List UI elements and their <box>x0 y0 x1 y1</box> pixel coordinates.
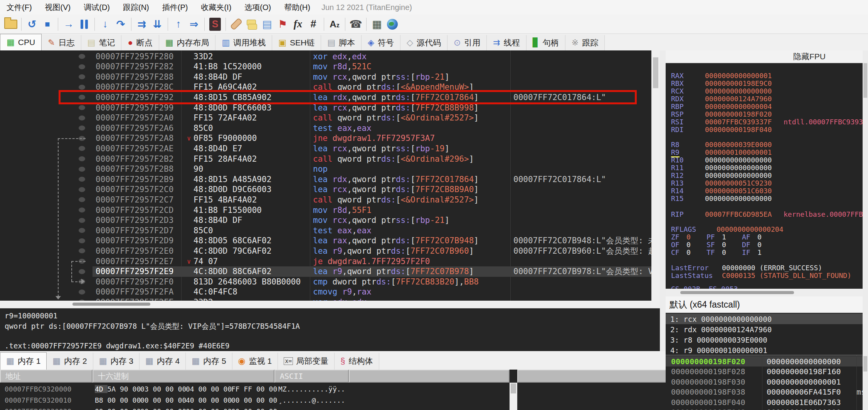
disasm-row[interactable]: 00007FF72957F28033D2xor edx,edx <box>93 51 651 62</box>
stack-panel[interactable]: 000000000198F020000000000000000000000000… <box>666 355 868 410</box>
menu-item-4[interactable]: 跟踪(N) <box>116 0 156 15</box>
disasm-row[interactable]: 00007FF72957F2CD41:B8 F1550000mov r8d,55… <box>93 205 651 215</box>
registers-panel[interactable]: RAX0000000000000001RBX000000000198E9C0RC… <box>666 63 863 289</box>
calling-convention-selector[interactable]: 默认 (x64 fastcall) <box>666 296 868 313</box>
scroll-thumb[interactable] <box>653 57 658 88</box>
label-icon[interactable]: ▤ <box>260 17 274 32</box>
disasm-row[interactable]: 00007FF72957F28848:8B4D DFmov rcx,qword … <box>93 72 651 82</box>
disasm-row[interactable]: 00007FF72957F2E94C:8D0D 88C6AF02lea r9,q… <box>93 266 651 277</box>
register-line[interactable]: RFLAGS0000000000000204 <box>671 225 783 233</box>
register-line[interactable]: LastStatusC0000135 (STATUS_DLL_NOT_FOUND… <box>671 271 851 279</box>
breakpoint-dot[interactable] <box>79 238 85 243</box>
disasm-row[interactable]: 00007FF72957F2D785C0test eax,eax <box>93 225 651 236</box>
arguments-panel[interactable]: 1: rcx 00000000000000002: rdx 0000000012… <box>666 313 863 355</box>
font-icon[interactable]: Az <box>328 17 341 32</box>
registers-hscrollbar[interactable] <box>666 289 863 296</box>
stack-row[interactable]: 000000000198F038000000006FA415F0ms <box>666 387 868 397</box>
disasm-hscrollbar[interactable] <box>0 301 651 308</box>
disasm-row[interactable]: 00007FF72957F2B890nop <box>93 164 651 174</box>
tab-SEH链[interactable]: ▣SEH链 <box>272 35 321 50</box>
execute-till-return-icon[interactable]: ↑ <box>172 17 185 32</box>
menu-item-1[interactable]: 文件(F) <box>0 0 39 15</box>
right-scrollbar[interactable] <box>863 50 868 410</box>
restart-icon[interactable]: ↺ <box>25 17 39 32</box>
tab-跟踪[interactable]: ※跟踪 <box>565 35 605 50</box>
trace-into-icon[interactable]: ⇉ <box>135 17 149 32</box>
breakpoint-dot[interactable] <box>79 218 85 223</box>
tab-源代码[interactable]: ◇源代码 <box>400 35 447 50</box>
breakpoint-dot[interactable] <box>79 156 85 161</box>
breakpoint-dot[interactable] <box>79 187 85 192</box>
scroll-thumb[interactable] <box>863 63 867 98</box>
breakpoint-dot[interactable] <box>79 126 85 131</box>
scroll-thumb[interactable] <box>511 383 516 393</box>
hex-dump-panel[interactable]: 地址十六进制ASCII00007FFBC93200004D 5A 90 0003… <box>0 370 671 410</box>
register-line[interactable]: LastError00000000 (ERROR_SUCCESS) <box>671 264 822 272</box>
disasm-row[interactable]: 00007FF72957F2E04C:8D0D 79C6AF02lea r9,q… <box>93 246 651 256</box>
animate-icon[interactable]: S <box>208 17 222 32</box>
hex-vscrollbar[interactable] <box>510 383 517 410</box>
tab-调用堆栈[interactable]: ▥调用堆栈 <box>215 35 272 50</box>
register-line[interactable]: R800000000039E0000 <box>671 141 772 149</box>
register-line[interactable]: RDX00000000124A7960 <box>671 95 772 103</box>
register-line[interactable]: RIP00007FFBC6D985EAkernelbase.00007FFBC6… <box>671 210 772 218</box>
breakpoint-dot[interactable] <box>79 167 85 172</box>
stop-icon[interactable]: ■ <box>40 17 54 32</box>
disasm-vscrollbar[interactable] <box>651 50 660 308</box>
menu-item-5[interactable]: 插件(P) <box>156 0 195 15</box>
tab-内存3[interactable]: ▦内存 3 <box>93 353 140 370</box>
step-over-icon[interactable]: ↷ <box>114 17 128 32</box>
menu-item-3[interactable]: 调试(D) <box>77 0 116 15</box>
hex-header-3[interactable]: ASCII <box>274 370 349 383</box>
breakpoint-dot[interactable] <box>79 228 85 233</box>
comment-icon[interactable] <box>245 17 259 32</box>
register-line[interactable]: R110000000000000000 <box>671 164 772 172</box>
disasm-row[interactable]: 00007FF72957F2F0813D 26486003 B80B0000cm… <box>93 276 651 287</box>
menu-item-8[interactable]: 帮助(H) <box>278 0 317 15</box>
breakpoint-dot[interactable] <box>79 197 85 202</box>
breakpoint-dot[interactable] <box>79 146 85 151</box>
disasm-row[interactable]: 00007FF72957F2A8∨0F85 F9000000jne dwgdra… <box>93 133 651 144</box>
step-into-icon[interactable]: ↓ <box>98 17 112 32</box>
hex-row[interactable]: 00007FFBC93200004D 5A 90 0003 00 00 0004… <box>0 383 345 395</box>
tab-内存布局[interactable]: ▦内存布局 <box>159 35 216 50</box>
run-to-user-code-icon[interactable]: ⇒ <box>187 17 201 32</box>
attach-icon[interactable]: ☎ <box>349 17 363 32</box>
register-line[interactable]: RBP0000000000000004 <box>671 102 772 110</box>
argument-row[interactable]: 1: rcx 0000000000000000 <box>666 314 863 324</box>
trace-over-icon[interactable]: ⇊ <box>150 17 164 32</box>
register-line[interactable]: R120000000000000000 <box>671 171 772 179</box>
tab-CPU[interactable]: ▦CPU <box>0 34 42 50</box>
register-line[interactable]: RCX0000000000000000 <box>671 87 772 95</box>
menu-item-6[interactable]: 收藏夹(I) <box>194 0 238 15</box>
register-line[interactable]: R1300000000051C9230 <box>671 179 772 187</box>
tab-笔记[interactable]: ▤笔记 <box>81 35 122 50</box>
breakpoint-dot[interactable] <box>79 177 85 182</box>
breakpoint-dot[interactable] <box>79 85 85 90</box>
disasm-row[interactable]: 00007FF72957F2E7∨74 07je dwgdraw1.7FF729… <box>93 256 651 266</box>
hex-header-1[interactable]: 地址 <box>0 370 93 383</box>
disasm-row[interactable]: 00007FF72957F28241:B8 1C520000mov r8d,52… <box>93 62 651 72</box>
register-line[interactable]: RDI000000000198F040 <box>671 126 772 134</box>
menu-item-2[interactable]: 视图(V) <box>39 0 77 15</box>
tab-内存2[interactable]: ▦内存 2 <box>47 353 93 370</box>
disasm-row[interactable]: 00007FF72957F2C7FF15 4BAF4A02call qword … <box>93 194 651 205</box>
breakpoint-dot[interactable] <box>79 208 85 213</box>
register-line[interactable]: RAX0000000000000001 <box>671 72 772 80</box>
calculator-icon[interactable]: ▦ <box>370 17 384 32</box>
disasm-row[interactable]: 00007FF72957F2D348:8B4D DFmov rcx,qword … <box>93 215 651 226</box>
argument-row[interactable]: 2: rdx 00000000124A7960 <box>666 324 863 335</box>
breakpoint-dot[interactable] <box>79 64 85 69</box>
disasm-row[interactable]: 00007FF72957F2A0FF15 72AF4A02call qword … <box>93 113 651 123</box>
tab-日志[interactable]: ✎日志 <box>42 35 81 50</box>
hex-header-2[interactable]: 十六进制 <box>93 370 274 383</box>
tab-监视1[interactable]: ◉监视 1 <box>232 353 278 370</box>
function-icon[interactable]: fx <box>291 17 305 32</box>
disasm-row[interactable]: 00007FF72957F2C048:8D0D D9C66003lea rcx,… <box>93 184 651 195</box>
breakpoint-dot[interactable] <box>79 54 85 59</box>
hex-header-empty[interactable] <box>349 370 510 383</box>
scroll-thumb[interactable] <box>72 303 150 306</box>
register-line[interactable]: R90000000100000001 <box>671 148 772 156</box>
tab-符号[interactable]: ◈符号 <box>362 35 400 50</box>
register-line[interactable]: RSI00007FFBC939337Fntdll.00007FFBC939337… <box>671 118 772 126</box>
